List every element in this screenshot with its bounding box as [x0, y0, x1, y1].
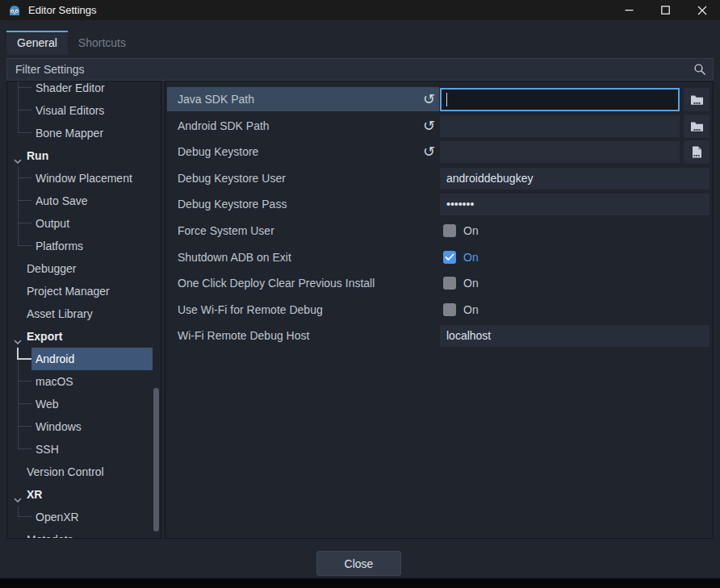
sidebar-item-android[interactable]: Android — [7, 348, 161, 370]
tab-bar: General Shortcuts — [6, 31, 136, 55]
setting-label: Use Wi-Fi for Remote Debug — [178, 298, 323, 322]
setting-row-wi-fi-remote-debug-host: Wi-Fi Remote Debug Hostlocalhost — [166, 323, 712, 348]
setting-row-debug-keystore: Debug Keystore↺ — [166, 140, 712, 165]
sidebar-item-asset-library[interactable]: Asset Library — [7, 302, 161, 325]
sidebar-item-label: Visual Editors — [36, 99, 104, 122]
setting-row-one-click-deploy-clear-previous-install: One Click Deploy Clear Previous InstallO… — [166, 271, 712, 296]
minimize-button[interactable] — [611, 0, 647, 20]
sidebar-item-run[interactable]: Run — [7, 144, 161, 167]
input-value: localhost — [440, 325, 710, 346]
close-button[interactable]: Close — [316, 551, 401, 576]
sidebar-item-label: Run — [27, 144, 48, 167]
sidebar-item-project-manager[interactable]: Project Manager — [7, 280, 161, 302]
setting-label-cell[interactable]: Android SDK Path↺ — [167, 114, 439, 138]
checkbox-checked[interactable] — [443, 251, 456, 264]
sidebar-item-label: Version Control — [27, 461, 104, 483]
sidebar-item-output[interactable]: Output — [7, 212, 161, 235]
sidebar-item-window-placement[interactable]: Window Placement — [7, 167, 161, 190]
reset-icon[interactable]: ↺ — [423, 141, 435, 162]
chevron-down-icon[interactable] — [14, 492, 22, 507]
sidebar-item-label: OpenXR — [36, 506, 79, 528]
setting-label-cell[interactable]: Debug Keystore Pass — [167, 192, 439, 216]
checkbox-label[interactable]: On — [463, 271, 479, 296]
sidebar-item-label: Auto Save — [36, 190, 88, 212]
sidebar-item-visual-editors[interactable]: Visual Editors — [7, 99, 161, 122]
browse-folder-button[interactable] — [684, 88, 710, 111]
sidebar-item-label: Asset Library — [27, 302, 93, 325]
sidebar-item-debugger[interactable]: Debugger — [7, 257, 161, 280]
settings-tree: Shader EditorVisual EditorsBone MapperRu… — [6, 81, 161, 539]
browse-file-button[interactable] — [684, 140, 710, 164]
setting-label-cell[interactable]: Force System User — [167, 219, 439, 243]
titlebar: Editor Settings — [0, 0, 720, 20]
sidebar-item-xr[interactable]: XR — [7, 483, 161, 506]
text-input[interactable]: localhost — [440, 325, 710, 347]
sidebar-item-ssh[interactable]: SSH — [7, 438, 161, 461]
sidebar-item-label: Windows — [36, 415, 82, 438]
tab-shortcuts[interactable]: Shortcuts — [68, 31, 136, 55]
sidebar-item-shader-editor[interactable]: Shader Editor — [7, 81, 161, 99]
browse-folder-button[interactable] — [684, 115, 710, 138]
window-title: Editor Settings — [28, 4, 97, 16]
sidebar-item-auto-save[interactable]: Auto Save — [7, 190, 161, 212]
tab-general-label: General — [17, 36, 57, 49]
sidebar-item-bone-mapper[interactable]: Bone Mapper — [7, 122, 161, 144]
chevron-down-icon[interactable] — [14, 153, 22, 168]
input-value: androiddebugkey — [440, 168, 710, 189]
setting-label-cell[interactable]: Use Wi-Fi for Remote Debug — [167, 298, 439, 322]
close-window-button[interactable] — [684, 0, 720, 20]
checkbox-unchecked[interactable] — [443, 277, 456, 290]
sidebar-item-metadata[interactable]: Metadata — [7, 528, 161, 539]
input-value: ••••••• — [440, 194, 710, 215]
sidebar-item-platforms[interactable]: Platforms — [7, 235, 161, 257]
sidebar-item-label: Android — [36, 348, 74, 370]
sidebar-item-macos[interactable]: macOS — [7, 370, 161, 393]
filter-placeholder: Filter Settings — [15, 63, 693, 76]
setting-label: Shutdown ADB on Exit — [178, 245, 291, 269]
setting-label-cell[interactable]: Wi-Fi Remote Debug Host — [167, 323, 439, 348]
sidebar-item-label: Shader Editor — [36, 81, 105, 99]
checkbox-label[interactable]: On — [463, 245, 479, 270]
text-input[interactable]: androiddebugkey — [440, 168, 710, 190]
text-input[interactable] — [440, 88, 680, 111]
sidebar-item-label: Metadata — [27, 528, 73, 539]
search-icon — [693, 63, 706, 76]
sidebar-item-export[interactable]: Export — [7, 325, 161, 348]
settings-list: Java SDK Path↺Android SDK Path↺Debug Key… — [165, 81, 714, 539]
setting-label-cell[interactable]: Debug Keystore User — [167, 166, 439, 190]
setting-row-java-sdk-path: Java SDK Path↺ — [166, 87, 712, 112]
sidebar-item-label: SSH — [36, 438, 59, 461]
setting-label: Debug Keystore User — [178, 166, 286, 190]
checkbox-label[interactable]: On — [463, 298, 479, 323]
text-input[interactable] — [440, 141, 680, 163]
sidebar-item-web[interactable]: Web — [7, 393, 161, 415]
checkbox-label[interactable]: On — [463, 219, 479, 244]
filter-settings-input[interactable]: Filter Settings — [6, 58, 714, 81]
reset-icon[interactable]: ↺ — [423, 115, 435, 136]
chevron-down-icon[interactable] — [14, 334, 22, 348]
maximize-button[interactable] — [647, 0, 684, 20]
setting-label: One Click Deploy Clear Previous Install — [178, 271, 375, 295]
checkbox-unchecked[interactable] — [443, 224, 456, 237]
checkbox-unchecked[interactable] — [443, 303, 456, 316]
godot-icon — [8, 4, 21, 17]
setting-label-cell[interactable]: Shutdown ADB on Exit — [167, 245, 439, 269]
setting-row-android-sdk-path: Android SDK Path↺ — [166, 114, 712, 139]
sidebar-item-windows[interactable]: Windows — [7, 415, 161, 438]
sidebar-item-label: Project Manager — [27, 280, 110, 302]
setting-row-debug-keystore-user: Debug Keystore Userandroiddebugkey — [166, 166, 712, 191]
text-input[interactable] — [440, 115, 680, 137]
tab-shortcuts-label: Shortcuts — [78, 36, 126, 49]
setting-label-cell[interactable]: One Click Deploy Clear Previous Install — [167, 271, 439, 295]
setting-label-cell[interactable]: Java SDK Path↺ — [167, 87, 439, 111]
password-input[interactable]: ••••••• — [440, 194, 710, 215]
setting-label: Java SDK Path — [178, 87, 254, 111]
tab-general[interactable]: General — [6, 31, 68, 55]
setting-label: Debug Keystore Pass — [178, 192, 287, 216]
sidebar-item-label: XR — [27, 483, 42, 506]
sidebar-item-openxr[interactable]: OpenXR — [7, 506, 161, 528]
sidebar-item-version-control[interactable]: Version Control — [7, 461, 161, 483]
editor-settings-window: Editor Settings General Shortcuts Filter… — [0, 0, 720, 578]
setting-label-cell[interactable]: Debug Keystore↺ — [167, 140, 439, 164]
reset-icon[interactable]: ↺ — [423, 89, 435, 110]
